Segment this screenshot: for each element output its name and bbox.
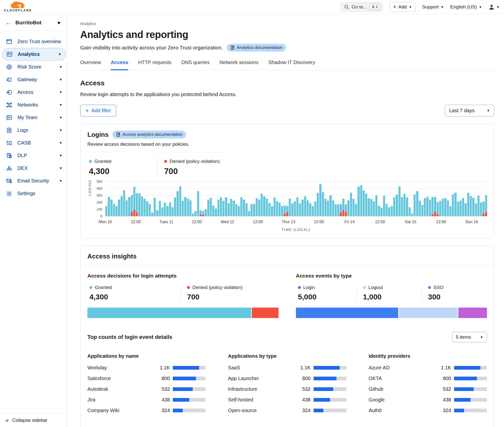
sidebar-item-risk-score[interactable]: Risk Score▼ [0,61,67,73]
sidebar-item-networks[interactable]: Networks▼ [0,99,67,111]
granted-segment [370,199,372,216]
granted-segment [470,196,472,216]
granted-segment [327,201,329,216]
bar [108,197,110,216]
list-item-bar [173,398,206,402]
bar [105,206,107,216]
bar [177,191,179,216]
sidebar-item-zero-trust-overview[interactable]: Zero Trust overview [0,35,67,48]
granted-segment [169,202,171,216]
stat-label: SSO [433,285,443,290]
support-label: Support [422,4,439,10]
x-axis-title: TIME (LOCAL) [105,228,487,232]
list-item-label: Salesforce [87,376,155,381]
insight-groups: Access decisions for login attemptsGrant… [87,273,487,318]
access-analytics-documentation-badge[interactable]: Access analytics documentation [112,131,186,139]
tab-access[interactable]: Access [111,60,128,70]
tab-shadow-it-discovery[interactable]: Shadow IT Discovery [268,60,315,70]
bar [212,206,214,216]
granted-segment [329,195,331,216]
stat-value: 5,000 [298,293,351,301]
list-item-value: 1.1K [437,365,451,371]
bar [169,202,171,216]
granted-segment [467,193,469,216]
network-icon [6,102,12,108]
denied-segment [434,212,436,216]
bar [465,203,467,216]
add-filter-button[interactable]: + Add filter [80,105,116,116]
bar [355,204,357,216]
sidebar-item-settings[interactable]: Settings [0,187,67,200]
date-range-select[interactable]: Last 7 days ▼ [445,105,494,116]
granted-segment [284,206,286,214]
granted-segment [340,204,342,213]
items-count-select[interactable]: 5 items ▼ [452,332,487,342]
bar [335,204,337,216]
tab-network-sessions[interactable]: Network sessions [219,60,258,70]
granted-segment [217,200,219,216]
sidebar-item-dex[interactable]: DEX▼ [0,162,67,175]
bar [470,196,472,216]
bar [128,197,130,216]
bar [253,204,255,216]
granted-segment [457,202,459,216]
bar [222,201,224,216]
list-item-label: Self-hosted [228,397,296,403]
list-item-bar-fill [454,377,477,380]
double-chevron-left-icon: « [5,418,9,423]
analytics-documentation-badge[interactable]: Analytics documentation [227,44,286,52]
x-tick-label: 12:00 [375,220,385,224]
sidebar-item-casb[interactable]: CASB▼ [0,137,67,149]
sidebar-item-logs[interactable]: Logs▼ [0,124,67,137]
bar [197,191,199,216]
bar [327,201,329,216]
language-label: English (US) [450,4,477,10]
sidebar-item-gateway[interactable]: Gateway▼ [0,73,67,86]
account-switcher[interactable]: ← BurritoBot ▶ [0,14,67,31]
list-item: Infrastructure532 [228,386,346,392]
user-menu[interactable]: ▼ [488,4,500,10]
granted-segment [309,203,311,216]
bar [126,200,128,216]
tab-dns-queries[interactable]: DNS queries [181,60,210,70]
bar [164,203,166,216]
denied-segment [345,212,347,216]
denied-segment [437,214,439,216]
gateway-icon [6,76,12,83]
sidebar-item-access[interactable]: Access▼ [0,86,67,99]
bar [233,201,235,216]
legend-dot [89,286,92,289]
granted-segment [271,206,273,216]
sidebar-item-dlp[interactable]: DLP▼ [0,149,67,162]
cloudflare-logo[interactable]: CLOUDFLARE [4,2,32,12]
chevron-right-icon[interactable]: ▶ [58,20,62,25]
granted-segment [205,209,207,216]
tab-overview[interactable]: Overview [80,60,101,70]
tab-http-requests[interactable]: HTTP requests [138,60,171,70]
bar [373,201,375,216]
list-item-bar-fill [454,398,470,402]
bar [296,197,298,216]
list-applications-by-type: Applications by typeSaaS1.1KApp Launcher… [228,353,346,413]
stat-label: Login [303,285,315,290]
bar [248,211,250,216]
go-to-search[interactable]: Go to... ⌘ K [340,2,383,12]
breadcrumb[interactable]: Analytics [80,22,494,26]
back-arrow-icon[interactable]: ← [5,20,11,25]
granted-segment [154,198,156,216]
sidebar-item-email-security[interactable]: Email Security▼ [0,175,67,187]
granted-segment [274,197,276,216]
add-button[interactable]: + Add ▼ [390,2,416,12]
language-menu[interactable]: English (US) ▼ [450,4,482,10]
granted-segment [149,204,151,216]
collapse-sidebar-button[interactable]: « Collapse sidebar [0,413,67,427]
bar [217,200,219,216]
page-title: Analytics and reporting [80,29,494,40]
list-item-value: 324 [437,408,451,413]
list-item-label: Workday [87,365,155,371]
gauge-icon [6,64,12,70]
sidebar-item-my-team[interactable]: My Team▼ [0,111,67,124]
list-item-bar [173,387,206,391]
sidebar-item-analytics[interactable]: Analytics▼ [2,48,66,61]
support-menu[interactable]: Support ▼ [422,4,444,10]
